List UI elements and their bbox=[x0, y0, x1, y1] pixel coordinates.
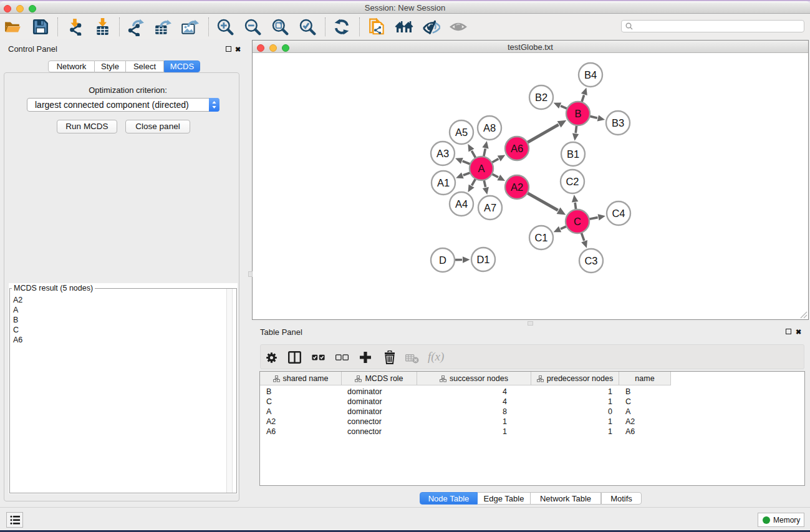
svg-text:C2: C2 bbox=[566, 176, 579, 187]
svg-text:A5: A5 bbox=[455, 127, 468, 138]
svg-text:A4: A4 bbox=[455, 198, 468, 210]
svg-text:B3: B3 bbox=[612, 117, 624, 128]
svg-text:A8: A8 bbox=[483, 122, 496, 133]
svg-text:B: B bbox=[574, 108, 581, 119]
svg-text:A3: A3 bbox=[436, 148, 449, 159]
svg-text:B4: B4 bbox=[584, 69, 597, 80]
svg-text:C1: C1 bbox=[534, 232, 547, 243]
svg-text:A6: A6 bbox=[511, 143, 523, 154]
svg-text:A7: A7 bbox=[484, 202, 496, 213]
svg-text:C3: C3 bbox=[584, 255, 597, 266]
svg-text:C: C bbox=[574, 216, 581, 227]
svg-text:D1: D1 bbox=[476, 254, 489, 265]
svg-text:C4: C4 bbox=[612, 208, 625, 219]
svg-text:A2: A2 bbox=[511, 181, 523, 193]
svg-text:B1: B1 bbox=[567, 148, 579, 160]
svg-text:D: D bbox=[439, 254, 446, 266]
svg-text:A: A bbox=[478, 163, 485, 174]
svg-text:B2: B2 bbox=[535, 92, 547, 103]
svg-text:A1: A1 bbox=[437, 177, 450, 188]
